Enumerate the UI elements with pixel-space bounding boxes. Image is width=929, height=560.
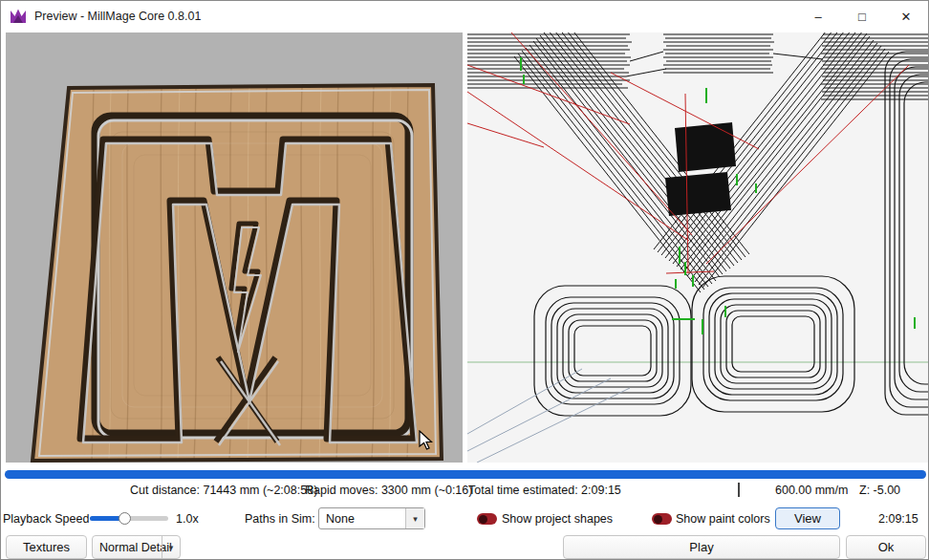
toolpath-render <box>467 32 929 463</box>
preview-window: Preview - MillMage Core 0.8.01 – □ ✕ <box>0 0 929 560</box>
minimize-button[interactable]: – <box>796 1 840 32</box>
app-logo-icon <box>10 8 27 25</box>
view-button[interactable]: View <box>775 507 840 529</box>
carved-preview-panel[interactable] <box>6 32 463 463</box>
textures-button[interactable]: Textures <box>6 535 87 559</box>
close-button[interactable]: ✕ <box>884 1 928 32</box>
paths-in-sim-value: None <box>326 512 355 526</box>
show-project-shapes-toggle[interactable] <box>477 513 497 525</box>
chevron-down-icon[interactable]: ▾ <box>162 536 180 558</box>
toggle-knob <box>479 515 487 524</box>
maximize-button[interactable]: □ <box>840 1 884 32</box>
show-paint-colors-label: Show paint colors <box>676 512 770 526</box>
carved-wood-render <box>6 32 463 463</box>
slider-handle[interactable] <box>119 512 131 525</box>
title-bar: Preview - MillMage Core 0.8.01 – □ ✕ <box>1 1 928 32</box>
toggle-knob <box>654 515 662 524</box>
detail-level-dropdown[interactable]: Normal Detail ▾ <box>92 535 181 559</box>
playback-speed-label: Playback Speed <box>3 512 89 526</box>
rapid-moves-text: Rapid moves: 3300 mm (~0:16) <box>305 484 472 497</box>
playback-speed-value: 1.0x <box>176 512 199 526</box>
paths-in-sim-select[interactable]: None ▾ <box>318 507 425 529</box>
total-time-text: Total time estimated: 2:09:15 <box>468 484 621 497</box>
scrub-tick <box>738 483 740 497</box>
z-value-text: Z: -5.00 <box>859 484 900 497</box>
toolpath-panel[interactable] <box>467 32 929 463</box>
playback-speed-slider[interactable] <box>90 516 168 521</box>
ok-button[interactable]: Ok <box>846 535 926 559</box>
cut-distance-text: Cut distance: 71443 mm (~2:08:58) <box>130 484 317 497</box>
sim-time-text: 2:09:15 <box>878 512 918 526</box>
show-paint-colors-toggle[interactable] <box>652 513 672 525</box>
show-project-shapes-label: Show project shapes <box>502 512 613 526</box>
window-title: Preview - MillMage Core 0.8.01 <box>34 10 201 23</box>
playback-progress-bar[interactable] <box>5 470 926 479</box>
paths-in-sim-label: Paths in Sim: <box>245 512 315 526</box>
chevron-down-icon[interactable]: ▾ <box>405 508 424 528</box>
feed-rate-text: 600.00 mm/m <box>775 484 848 497</box>
play-button[interactable]: Play <box>563 535 840 559</box>
mouse-cursor <box>419 430 433 451</box>
playback-progress-fill <box>5 470 926 479</box>
